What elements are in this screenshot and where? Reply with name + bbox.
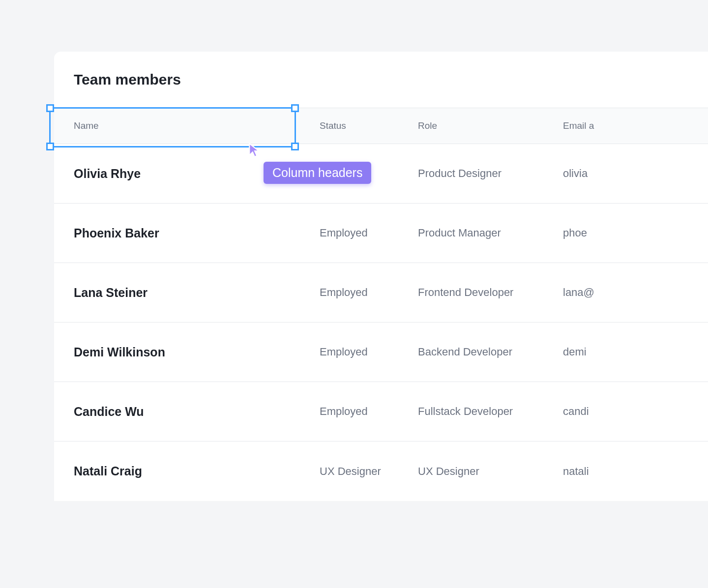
cell-email: natali — [563, 465, 708, 478]
table-row[interactable]: Lana Steiner Employed Frontend Developer… — [54, 263, 708, 323]
selection-handle-icon[interactable] — [46, 104, 54, 112]
cell-email: phoe — [563, 227, 708, 239]
cell-email: candi — [563, 405, 708, 418]
column-header-status[interactable]: Status — [320, 120, 418, 131]
cell-name: Phoenix Baker — [74, 226, 320, 240]
column-header-email[interactable]: Email a — [563, 120, 708, 131]
column-header-name[interactable]: Name — [74, 120, 320, 131]
cell-role: Frontend Developer — [418, 286, 563, 299]
card-title: Team members — [54, 71, 708, 88]
cell-email: olivia — [563, 167, 708, 180]
column-header-role[interactable]: Role — [418, 120, 563, 131]
selection-tooltip: Column headers — [264, 162, 371, 184]
team-members-card: Team members Name Status Role Email a Ol… — [54, 52, 708, 501]
cell-role: UX Designer — [418, 465, 563, 478]
cell-name: Natali Craig — [74, 464, 320, 478]
cell-status: Employed — [320, 405, 418, 418]
cell-email: lana@ — [563, 286, 708, 299]
table-row[interactable]: Phoenix Baker Employed Product Manager p… — [54, 204, 708, 263]
cell-status: Employed — [320, 346, 418, 358]
cell-email: demi — [563, 346, 708, 358]
table-row[interactable]: Demi Wilkinson Employed Backend Develope… — [54, 323, 708, 382]
table-row[interactable]: Candice Wu Employed Fullstack Developer … — [54, 382, 708, 441]
cell-name: Demi Wilkinson — [74, 345, 320, 359]
cell-status: UX Designer — [320, 465, 418, 478]
selection-handle-icon[interactable] — [46, 143, 54, 150]
cell-role: Product Designer — [418, 167, 563, 180]
cell-role: Backend Developer — [418, 346, 563, 358]
cell-role: Product Manager — [418, 227, 563, 239]
cell-status: Employed — [320, 227, 418, 239]
table-row[interactable]: Olivia Rhye Product Designer olivia — [54, 144, 708, 204]
table-row[interactable]: Natali Craig UX Designer UX Designer nat… — [54, 441, 708, 501]
team-members-table: Name Status Role Email a Olivia Rhye Pro… — [54, 108, 708, 501]
table-body: Olivia Rhye Product Designer olivia Phoe… — [54, 144, 708, 501]
cell-role: Fullstack Developer — [418, 405, 563, 418]
cell-name: Lana Steiner — [74, 286, 320, 300]
cell-name: Candice Wu — [74, 405, 320, 419]
cell-status: Employed — [320, 286, 418, 299]
table-header-row: Name Status Role Email a — [54, 108, 708, 144]
